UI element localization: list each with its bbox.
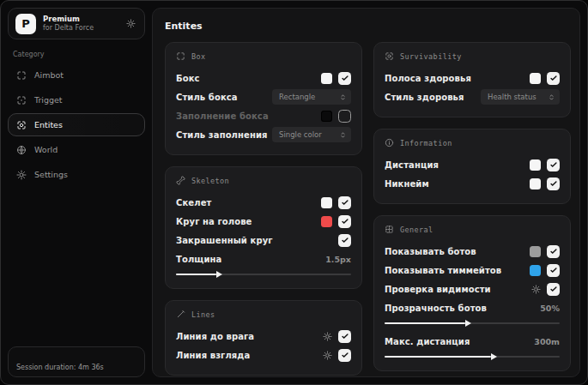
grid-icon <box>385 225 394 234</box>
sidebar-item-label: Settings <box>34 170 68 179</box>
setting-row: Закрашенный круг <box>176 231 351 250</box>
section-general-header: General <box>385 225 560 234</box>
section-survivability-header: Survivability <box>385 51 560 61</box>
section-information: Information Дистанция Никнейм <box>373 129 571 204</box>
scan-icon <box>16 70 27 81</box>
checkbox-checked[interactable] <box>547 177 560 190</box>
checkbox-checked[interactable] <box>338 349 351 362</box>
section-title: Lines <box>191 310 215 319</box>
checkbox-checked[interactable] <box>338 72 351 85</box>
app-window: P Premium for Delta Force Category Aimbo… <box>0 0 588 385</box>
slider-value: 50% <box>540 304 560 313</box>
gear-icon[interactable] <box>126 19 136 28</box>
setting-row: Толщина 1.5px <box>176 250 351 268</box>
color-swatch[interactable] <box>530 178 541 189</box>
color-swatch[interactable] <box>530 246 541 257</box>
setting-row: Стиль заполнения Single color <box>176 125 351 144</box>
setting-row: Стиль бокса Rectangle <box>176 87 351 106</box>
brand-text: Premium for Delta Force <box>43 15 119 32</box>
globe-icon <box>16 145 27 155</box>
section-title: Survivability <box>400 52 462 61</box>
sidebar-item-aimbot[interactable]: Aimbot <box>8 63 145 87</box>
unfold-icon <box>548 93 555 101</box>
section-information-header: Information <box>385 138 560 147</box>
color-swatch[interactable] <box>530 73 541 84</box>
session-duration: Session duration: 4m 36s <box>16 364 104 371</box>
section-title: Box <box>191 52 206 61</box>
sidebar-item-trigget[interactable]: Trigget <box>8 88 145 111</box>
right-column: Survivability Полоса здоровья Стиль здор… <box>373 42 571 371</box>
setting-row: Дистанция <box>385 155 560 174</box>
health-style-dropdown[interactable]: Health status <box>481 89 560 105</box>
slider-thumb[interactable] <box>465 320 471 327</box>
brand-card: P Premium for Delta Force <box>8 8 145 39</box>
gear-icon[interactable] <box>323 332 332 341</box>
slider-value: 300m <box>534 337 560 346</box>
brand-subtitle: for Delta Force <box>43 24 119 32</box>
sidebar-item-label: World <box>34 145 58 154</box>
checkbox-checked[interactable] <box>547 245 560 258</box>
checkbox-checked[interactable] <box>547 72 560 85</box>
section-title: Information <box>400 139 452 147</box>
setting-row: Никнейм <box>385 174 560 193</box>
color-swatch[interactable] <box>321 197 332 208</box>
color-swatch[interactable] <box>530 265 541 276</box>
section-survivability: Survivability Полоса здоровья Стиль здор… <box>373 42 571 117</box>
sidebar-item-label: Entites <box>34 120 63 129</box>
setting-row: Круг на голове <box>176 212 351 231</box>
sidebar-item-world[interactable]: World <box>8 138 145 161</box>
left-column: Box Бокс Стиль бокса <box>165 42 362 376</box>
content-columns: Box Бокс Стиль бокса <box>165 42 571 376</box>
setting-row: Прозрачность ботов 50% <box>385 298 560 317</box>
survivability-scan-icon <box>385 51 394 61</box>
checkbox-checked[interactable] <box>338 330 351 343</box>
sidebar-item-entites[interactable]: Entites <box>8 113 145 136</box>
setting-row: Показывать тиммейтов <box>385 261 560 280</box>
thickness-slider[interactable] <box>176 271 351 278</box>
checkbox-checked[interactable] <box>338 196 351 209</box>
max-distance-slider[interactable] <box>385 353 560 360</box>
gear-icon[interactable] <box>323 351 332 360</box>
setting-row: Макс. дистанция 300m <box>385 332 560 351</box>
checkbox-unchecked[interactable] <box>338 110 351 123</box>
gear-icon[interactable] <box>531 285 541 294</box>
section-box: Box Бокс Стиль бокса <box>165 42 362 155</box>
fill-style-dropdown[interactable]: Single color <box>272 127 351 142</box>
setting-row: Проверка видимости <box>385 280 560 298</box>
section-title: General <box>400 226 433 234</box>
setting-row: Заполнение бокса <box>176 106 351 125</box>
setting-row: Стиль здоровья Health status <box>385 87 560 106</box>
checkbox-checked[interactable] <box>547 159 560 171</box>
section-skeleton: Skeleton Скелет Круг на голове <box>165 166 362 289</box>
scan-icon <box>176 51 185 61</box>
setting-row: Бокс <box>176 69 351 87</box>
checkbox-checked[interactable] <box>338 215 351 228</box>
slider-thumb[interactable] <box>216 271 222 278</box>
main-panel: Entites Box Бокс <box>152 8 580 377</box>
setting-row: Линия взгляда <box>176 346 351 364</box>
section-skeleton-header: Skeleton <box>176 176 351 185</box>
entity-scan-icon <box>16 120 27 130</box>
section-lines-header: Lines <box>176 310 351 319</box>
info-icon <box>385 138 394 147</box>
sidebar-item-settings[interactable]: Settings <box>8 163 145 186</box>
setting-row: Линия до врага <box>176 327 351 346</box>
brand-logo: P <box>15 14 36 34</box>
unfold-icon <box>339 93 347 101</box>
setting-row: Полоса здоровья <box>385 69 560 87</box>
unfold-icon <box>339 131 347 139</box>
color-swatch[interactable] <box>321 216 332 227</box>
slider-thumb[interactable] <box>491 353 497 360</box>
section-title: Skeleton <box>191 177 229 185</box>
box-style-dropdown[interactable]: Rectangle <box>272 89 351 105</box>
category-label: Category <box>13 51 140 58</box>
checkbox-checked[interactable] <box>338 234 351 247</box>
checkbox-checked[interactable] <box>547 264 560 277</box>
color-swatch[interactable] <box>321 73 332 84</box>
color-swatch[interactable] <box>321 111 332 122</box>
bot-opacity-slider[interactable] <box>385 320 560 327</box>
checkbox-checked[interactable] <box>547 283 560 296</box>
color-swatch[interactable] <box>530 159 541 171</box>
line-icon <box>176 310 185 319</box>
setting-row: Показывать ботов <box>385 242 560 261</box>
